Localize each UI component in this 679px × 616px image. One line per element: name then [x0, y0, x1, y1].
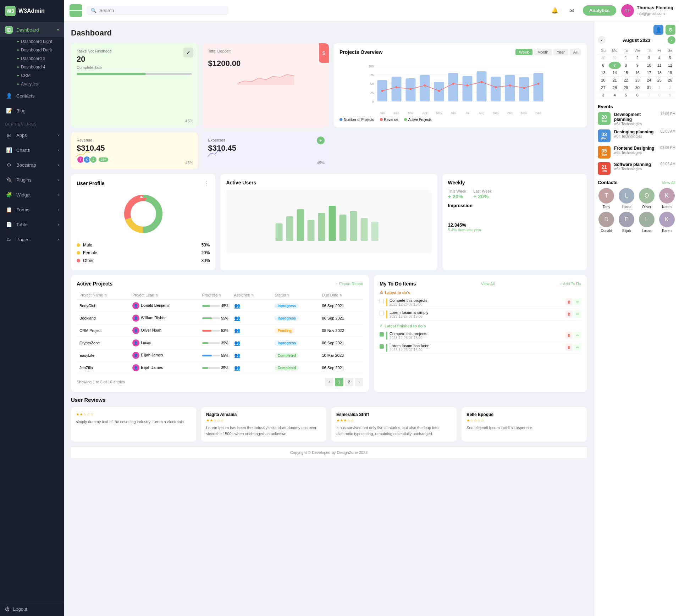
sidebar-item-pages[interactable]: 🗂Pages›	[0, 232, 64, 247]
menu-button[interactable]	[70, 4, 82, 17]
todo-checkbox[interactable]	[380, 311, 384, 315]
contacts-view-all[interactable]: View All	[662, 181, 675, 185]
todo-delete-button[interactable]: 🗑	[565, 332, 573, 339]
search-input[interactable]	[99, 8, 224, 13]
cal-day[interactable]: 30	[598, 54, 609, 62]
cal-day[interactable]: 17	[644, 69, 655, 77]
cal-day[interactable]: 20	[598, 77, 609, 84]
panel-settings-icon[interactable]: ⚙	[666, 25, 675, 35]
cal-day[interactable]: 28	[609, 84, 621, 91]
cal-day[interactable]: 15	[621, 69, 631, 77]
cal-day[interactable]: 1	[654, 84, 664, 91]
sidebar-sub-crm[interactable]: CRM	[14, 71, 64, 80]
cal-day[interactable]: 31	[609, 54, 621, 62]
contact-item[interactable]: T Tony	[598, 188, 615, 209]
cal-day[interactable]: 7	[609, 62, 621, 69]
cal-day[interactable]: 11	[654, 62, 664, 69]
cal-day[interactable]: 22	[621, 77, 631, 84]
page-1-button[interactable]: 1	[335, 378, 343, 386]
cal-day[interactable]: 5	[621, 91, 631, 99]
export-report-button[interactable]: ↑ Export Report	[336, 282, 363, 286]
contact-item[interactable]: L Lucas	[618, 188, 635, 209]
tab-month[interactable]: Month	[534, 49, 552, 55]
contact-item[interactable]: K Karen	[658, 212, 675, 233]
sidebar-sub-analytics[interactable]: Analytics	[14, 80, 64, 88]
cal-day[interactable]: 6	[631, 91, 644, 99]
analytics-button[interactable]: Analytics	[583, 5, 616, 16]
todo-edit-button[interactable]: ✏	[574, 310, 581, 317]
sidebar-item-forms[interactable]: 📋Forms›	[0, 202, 64, 217]
todo-delete-button[interactable]: 🗑	[565, 310, 573, 317]
cal-day[interactable]: 29	[621, 84, 631, 91]
todo-delete-button[interactable]: 🗑	[565, 344, 573, 351]
todo-edit-button[interactable]: ✏	[574, 344, 581, 351]
cal-day[interactable]: 2	[631, 54, 644, 62]
cal-day[interactable]: 30	[631, 84, 644, 91]
sidebar-item-dashboard[interactable]: ⊞ Dashboard ▾	[0, 22, 64, 37]
cal-day[interactable]: 3	[598, 91, 609, 99]
cal-day[interactable]: 10	[644, 62, 655, 69]
todo-checkbox[interactable]	[380, 344, 384, 349]
message-button[interactable]: ✉	[566, 5, 578, 17]
cal-day[interactable]: 3	[644, 54, 655, 62]
cal-day[interactable]: 25	[654, 77, 664, 84]
notification-button[interactable]: 🔔	[549, 5, 561, 17]
cal-day[interactable]: 9	[664, 91, 675, 99]
contact-item[interactable]: D Donald	[598, 212, 615, 233]
todo-edit-button[interactable]: ✏	[574, 332, 581, 339]
cal-day[interactable]: 12	[664, 62, 675, 69]
sidebar-sub-dashboard-light[interactable]: Dashboard Light	[14, 37, 64, 46]
sidebar-item-charts[interactable]: 📊Charts›	[0, 143, 64, 157]
cal-day[interactable]: 13	[598, 69, 609, 77]
tab-week[interactable]: Week	[515, 49, 532, 55]
cal-day[interactable]: 7	[644, 91, 655, 99]
todo-delete-button[interactable]: 🗑	[565, 298, 573, 305]
tab-year[interactable]: Year	[553, 49, 568, 55]
cal-day[interactable]: 2	[664, 84, 675, 91]
sidebar-sub-dashboard-dark[interactable]: Dashboard Dark	[14, 46, 64, 54]
todo-edit-button[interactable]: ✏	[574, 298, 581, 305]
todo-checkbox[interactable]	[380, 299, 384, 303]
todo-checkbox[interactable]	[380, 332, 384, 337]
cal-day[interactable]: 31	[644, 84, 655, 91]
panel-user-icon[interactable]: 👤	[653, 25, 663, 35]
cal-day[interactable]: 1	[621, 54, 631, 62]
contact-item[interactable]: O Oliver	[638, 188, 656, 209]
cal-day[interactable]: 26	[664, 77, 675, 84]
expenses-add-icon[interactable]: +	[317, 137, 325, 144]
user-profile-menu[interactable]: ⋮	[204, 180, 210, 187]
prev-page-button[interactable]: ‹	[325, 378, 333, 386]
cal-day[interactable]: 19	[664, 69, 675, 77]
sidebar-item-table[interactable]: 📄Table›	[0, 217, 64, 232]
contact-item[interactable]: L Lucas	[638, 212, 656, 233]
tab-all[interactable]: All	[570, 49, 581, 55]
sidebar-item-blog[interactable]: 📝 Blog	[0, 103, 64, 118]
sidebar-sub-dashboard-4[interactable]: Dashboard 4	[14, 63, 64, 71]
cal-day[interactable]: 8	[621, 62, 631, 69]
cal-day[interactable]: 4	[654, 54, 664, 62]
sidebar-sub-dashboard-3[interactable]: Dashboard 3	[14, 54, 64, 63]
next-page-button[interactable]: ›	[355, 378, 363, 386]
cal-day[interactable]: 9	[631, 62, 644, 69]
todo-view-all[interactable]: View All	[481, 282, 495, 286]
contact-item[interactable]: K Karen	[658, 188, 675, 209]
cal-day[interactable]: 23	[631, 77, 644, 84]
sidebar-item-plugins[interactable]: 🔌Plugins›	[0, 172, 64, 187]
cal-day[interactable]: 24	[644, 77, 655, 84]
sidebar-item-apps[interactable]: ⊞Apps›	[0, 128, 64, 143]
add-todo-button[interactable]: + Add To Do	[560, 282, 581, 286]
cal-day[interactable]: 21	[609, 77, 621, 84]
sidebar-item-widget[interactable]: 🧩Widget›	[0, 187, 64, 202]
sidebar-item-contacts[interactable]: 👤 Contacts	[0, 88, 64, 103]
cal-day[interactable]: 18	[654, 69, 664, 77]
cal-day[interactable]: 14	[609, 69, 621, 77]
cal-day[interactable]: 6	[598, 62, 609, 69]
cal-day[interactable]: 5	[664, 54, 675, 62]
cal-day[interactable]: 16	[631, 69, 644, 77]
sidebar-item-bootstrap[interactable]: ⚙Bootstrap›	[0, 157, 64, 172]
prev-month-button[interactable]: ‹	[598, 36, 606, 44]
cal-day[interactable]: 8	[654, 91, 664, 99]
logout-item[interactable]: ⏻ Logout	[0, 602, 64, 616]
next-month-button[interactable]: ›	[668, 36, 675, 44]
cal-day[interactable]: 27	[598, 84, 609, 91]
